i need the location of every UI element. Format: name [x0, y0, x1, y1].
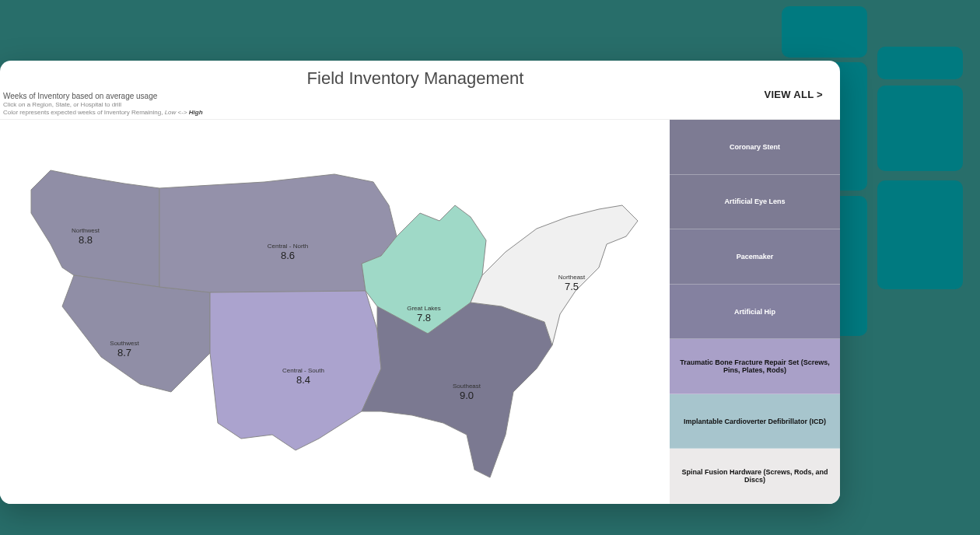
region-southwest[interactable] — [62, 275, 210, 392]
content-area: Northwest 8.8 Southwest 8.7 Central - No… — [0, 119, 840, 504]
subtitle-hint: Click on a Region, State, or Hospital to… — [3, 101, 828, 108]
legend-low: Low — [165, 109, 177, 116]
legend-caption: Color represents expected weeks of Inven… — [3, 109, 828, 116]
region-southeast[interactable] — [362, 302, 552, 477]
decorative-block — [782, 6, 867, 58]
legend-prefix: Color represents expected weeks of Inven… — [3, 109, 165, 116]
product-row[interactable]: Spinal Fusion Hardware (Screws, Rods, an… — [670, 449, 840, 504]
product-row[interactable]: Coronary Stent — [670, 120, 840, 175]
product-row[interactable]: Implantable Cardioverter Defibrillator (… — [670, 394, 840, 449]
legend-high: High — [189, 109, 203, 116]
product-row[interactable]: Artificial Eye Lens — [670, 175, 840, 230]
subtitle-metric: Weeks of Inventory based on average usag… — [3, 92, 828, 100]
product-row[interactable]: Pacemaker — [670, 229, 840, 285]
header: Field Inventory Management Weeks of Inve… — [0, 61, 840, 119]
product-side-panel: Coronary Stent Artificial Eye Lens Pacem… — [669, 120, 840, 504]
legend-sep: <-> — [176, 109, 188, 116]
product-row[interactable]: Traumatic Bone Fracture Repair Set (Scre… — [670, 339, 840, 394]
region-northwest[interactable] — [31, 170, 159, 287]
dashboard-card: Field Inventory Management Weeks of Inve… — [0, 61, 840, 504]
region-central-south[interactable] — [210, 291, 381, 450]
us-regions-map — [8, 128, 669, 501]
decorative-block — [877, 86, 963, 171]
product-row[interactable]: Artificial Hip — [670, 285, 840, 340]
page-title: Field Inventory Management — [3, 68, 828, 89]
region-central-north[interactable] — [159, 174, 397, 295]
map-pane: Northwest 8.8 Southwest 8.7 Central - No… — [0, 120, 669, 504]
decorative-block — [877, 180, 963, 289]
decorative-block — [877, 47, 963, 79]
view-all-button[interactable]: VIEW ALL > — [764, 89, 823, 100]
